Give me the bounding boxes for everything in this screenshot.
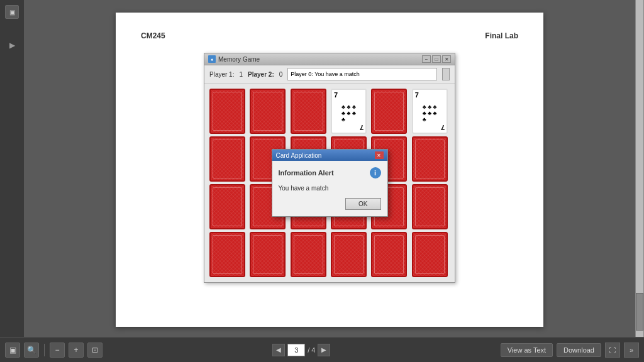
more-button[interactable]: » xyxy=(624,343,639,358)
window-maximize-button[interactable]: □ xyxy=(432,55,441,63)
view-as-text-button[interactable]: View as Text xyxy=(501,343,553,357)
search-icon-button[interactable]: 🔍 xyxy=(24,343,39,358)
window-controls: − □ ✕ xyxy=(422,55,451,63)
dialog-box: Card Application ✕ Information Alert i Y… xyxy=(272,149,388,217)
zoom-in-button[interactable]: + xyxy=(69,343,84,358)
panel-icon: ▣ xyxy=(9,9,15,16)
dialog-header-text: Information Alert xyxy=(279,169,334,177)
window-title-text: Memory Game xyxy=(218,56,260,63)
separator-1 xyxy=(44,344,45,356)
dialog-message: You have a match xyxy=(279,184,381,193)
zoom-out-button[interactable]: − xyxy=(50,343,65,358)
next-page-button[interactable]: ▶ xyxy=(318,344,330,356)
window-minimize-button[interactable]: − xyxy=(422,55,431,63)
more-icon: » xyxy=(630,346,633,354)
zoom-in-icon: + xyxy=(74,346,78,354)
next-icon: ▶ xyxy=(321,346,326,353)
info-icon: i xyxy=(370,167,381,178)
score-bar: Player 1: 1 Player 2: 0 Player 0: You ha… xyxy=(204,65,455,84)
window-titlebar: ♠ Memory Game − □ ✕ xyxy=(204,53,455,65)
panel-tb-icon: ▣ xyxy=(9,346,16,354)
scrollbar-track xyxy=(636,0,643,337)
fit-button[interactable]: ⊡ xyxy=(87,343,103,358)
dialog-header-row: Information Alert i xyxy=(279,167,381,178)
arrow-icon: ▶ xyxy=(9,41,15,50)
player2-label: Player 2: xyxy=(248,71,274,78)
page-nav: ◀ / 4 ▶ xyxy=(272,344,330,356)
window-icon: ♠ xyxy=(208,55,216,63)
left-sidebar: ▣ ▶ xyxy=(0,0,24,337)
prev-icon: ◀ xyxy=(276,346,281,353)
game-window: ♠ Memory Game − □ ✕ Player 1: 1 Player 2… xyxy=(204,53,455,283)
document-page: CM245 Final Lab ♠ Memory Game − □ ✕ xyxy=(116,13,543,327)
page-total: / 4 xyxy=(308,346,315,354)
window-close-button[interactable]: ✕ xyxy=(442,55,451,63)
search-icon: 🔍 xyxy=(27,346,36,354)
player2-score: 0 xyxy=(279,71,283,78)
page-header: CM245 Final Lab xyxy=(141,31,518,40)
scrollbar-thumb[interactable] xyxy=(636,293,643,331)
dialog-body: Information Alert i You have a match OK xyxy=(272,161,387,216)
prev-page-button[interactable]: ◀ xyxy=(272,344,285,356)
game-board: 7 ♣ ♣ ♣♣ ♣ ♣♣ 7 7 ♣ ♣ ♣♣ ♣ ♣♣ xyxy=(204,84,455,282)
document-area: CM245 Final Lab ♠ Memory Game − □ ✕ xyxy=(24,0,635,337)
dialog-ok-button[interactable]: OK xyxy=(345,198,380,210)
right-scrollbar[interactable] xyxy=(635,0,644,337)
fit-icon: ⊡ xyxy=(92,346,98,354)
bottom-toolbar: ▣ 🔍 − + ⊡ ◀ / 4 ▶ View as Text Download … xyxy=(0,337,644,362)
toolbar-right: View as Text Download ⛶ » xyxy=(501,343,639,358)
course-code: CM245 xyxy=(141,31,165,40)
game-log: Player 0: You have a match xyxy=(287,68,437,80)
panel-icon-button[interactable]: ▣ xyxy=(5,343,20,358)
log-scrollbar[interactable] xyxy=(442,68,450,80)
window-title-left: ♠ Memory Game xyxy=(208,55,260,63)
player1-score: 1 xyxy=(239,71,243,78)
lab-title: Final Lab xyxy=(485,31,518,40)
dialog-close-button[interactable]: ✕ xyxy=(375,151,384,159)
sidebar-arrow-button[interactable]: ▶ xyxy=(7,40,17,50)
zoom-out-icon: − xyxy=(55,346,59,354)
download-button[interactable]: Download xyxy=(557,343,601,357)
log-message: Player 0: You have a match xyxy=(291,71,360,77)
fullscreen-button[interactable]: ⛶ xyxy=(605,343,620,358)
main-area: ▣ ▶ CM245 Final Lab ♠ Memory Game xyxy=(0,0,644,337)
dialog-overlay: Card Application ✕ Information Alert i Y… xyxy=(204,84,455,282)
player1-label: Player 1: xyxy=(209,71,234,78)
page-number-input[interactable] xyxy=(287,344,305,356)
panel-toggle-button[interactable]: ▣ xyxy=(5,5,19,19)
dialog-titlebar: Card Application ✕ xyxy=(272,150,387,161)
fullscreen-icon: ⛶ xyxy=(609,346,616,354)
dialog-title: Card Application xyxy=(276,152,322,159)
